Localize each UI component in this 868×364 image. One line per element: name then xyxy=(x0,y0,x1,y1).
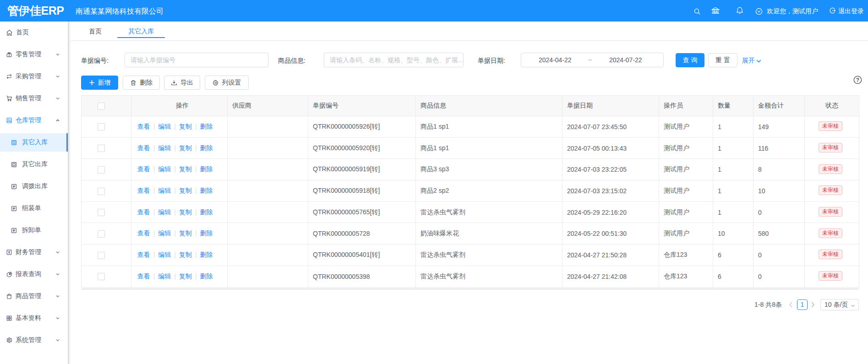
svg-text:?: ? xyxy=(856,77,859,83)
